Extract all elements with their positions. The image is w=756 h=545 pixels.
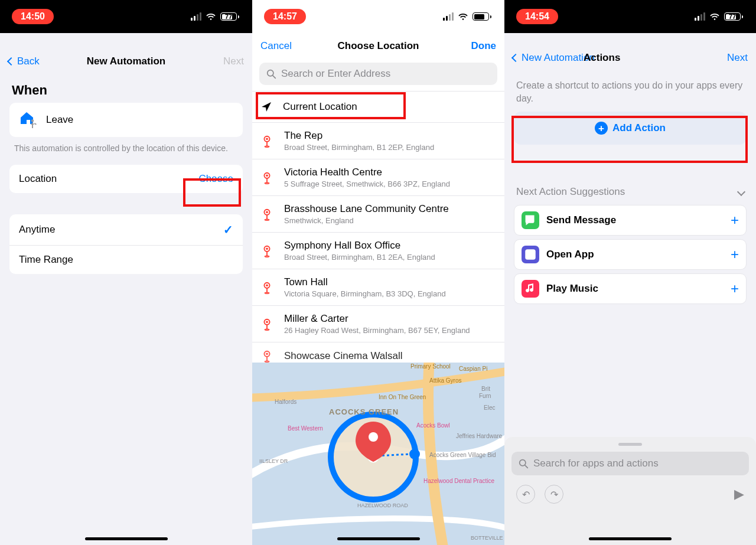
location-row[interactable]: Location Choose <box>9 165 243 193</box>
location-note: This automation is controlled by the loc… <box>0 137 252 165</box>
search-placeholder: Search or Enter Address <box>281 68 390 80</box>
svg-text:Halfords: Halfords <box>275 399 296 405</box>
location-list: The Rep Broad Street, Birmingham, B1 2EP… <box>252 123 504 363</box>
location-row[interactable]: Town Hall Victoria Square, Birmingham, B… <box>252 269 504 306</box>
suggestion-card[interactable]: Send Message + <box>514 205 747 236</box>
sheet-search-field[interactable]: Search for apps and actions <box>511 452 749 475</box>
time-card: Anytime ✓ Time Range <box>9 214 243 274</box>
location-address: Broad Street, Birmingham, B1 2EP, Englan… <box>284 143 496 152</box>
svg-text:Inn On The Green: Inn On The Green <box>379 394 426 400</box>
location-name: Brasshouse Lane Community Centre <box>284 203 496 215</box>
next-button[interactable]: Next <box>700 52 748 64</box>
suggestion-card[interactable]: Play Music + <box>514 273 747 304</box>
nav-title: Choose Location <box>308 40 449 52</box>
suggestion-label: Play Music <box>546 283 724 295</box>
home-indicator[interactable] <box>337 537 420 540</box>
search-icon <box>266 69 276 79</box>
location-name: Town Hall <box>284 276 496 288</box>
svg-text:ACOCKS GREEN: ACOCKS GREEN <box>329 407 399 416</box>
done-button[interactable]: Done <box>449 40 496 52</box>
status-bar: 14:57 76 <box>252 0 504 33</box>
add-suggestion-button[interactable]: + <box>731 280 739 297</box>
pin-icon <box>260 281 273 294</box>
location-name: Showcase Cinema Walsall <box>284 350 496 362</box>
redo-button[interactable]: ↷ <box>545 485 563 504</box>
status-time: 14:50 <box>12 9 54 24</box>
undo-button[interactable]: ↶ <box>516 485 535 504</box>
sheet-search-placeholder: Search for apps and actions <box>533 458 659 469</box>
leave-label: Leave <box>46 114 73 126</box>
svg-point-4 <box>266 138 268 140</box>
location-row[interactable]: Symphony Hall Box Office Broad Street, B… <box>252 233 504 269</box>
suggestion-card[interactable]: Open App + <box>514 239 747 270</box>
run-button[interactable]: ▶ <box>734 487 744 502</box>
current-location-label: Current Location <box>283 101 496 113</box>
svg-text:Acocks Green Village Bid: Acocks Green Village Bid <box>429 452 496 458</box>
svg-text:Elec: Elec <box>484 404 495 411</box>
location-arrow-icon <box>260 101 272 113</box>
svg-line-2 <box>273 76 275 78</box>
add-action-button[interactable]: + Add Action <box>514 112 747 145</box>
timerange-row[interactable]: Time Range <box>9 245 243 274</box>
search-field[interactable]: Search or Enter Address <box>259 63 497 85</box>
add-suggestion-button[interactable]: + <box>731 212 739 229</box>
bottom-sheet[interactable]: Search for apps and actions ↶ ↷ ▶ <box>504 437 756 545</box>
current-location-row[interactable]: Current Location <box>252 92 504 123</box>
chevron-left-icon <box>7 57 15 66</box>
home-indicator[interactable] <box>85 537 168 540</box>
location-row[interactable]: Victoria Health Centre 5 Suffrage Street… <box>252 159 504 196</box>
svg-text:Jeffries Hardware: Jeffries Hardware <box>456 433 503 439</box>
chevron-down-icon <box>737 188 745 196</box>
suggestion-label: Open App <box>546 249 724 260</box>
map[interactable]: ACOCKS GREEN Halfords Best Western Inn O… <box>252 363 504 545</box>
location-address: 5 Suffrage Street, Smethwick, B66 3PZ, E… <box>284 180 496 188</box>
back-button[interactable]: Back <box>8 56 56 67</box>
location-row[interactable]: The Rep Broad Street, Birmingham, B1 2EP… <box>252 123 504 159</box>
pin-icon <box>260 350 273 363</box>
add-suggestion-button[interactable]: + <box>731 246 739 263</box>
svg-text:BOTTEVILLE: BOTTEVILLE <box>471 535 503 541</box>
cancel-button[interactable]: Cancel <box>260 40 308 52</box>
help-text: Create a shortcut to actions you do in y… <box>504 71 756 112</box>
svg-point-12 <box>266 211 268 213</box>
signal-icon <box>191 12 201 21</box>
leave-row[interactable]: Leave <box>9 103 243 137</box>
svg-point-16 <box>266 247 268 250</box>
svg-text:IILSLEY DR: IILSLEY DR <box>259 458 288 464</box>
battery-icon: 77 <box>724 12 743 21</box>
pin-icon <box>260 208 273 221</box>
location-address: Victoria Square, Birmingham, B3 3DQ, Eng… <box>284 289 496 298</box>
next-button[interactable]: Next <box>197 56 244 67</box>
svg-text:Acocks Bowl: Acocks Bowl <box>416 422 450 429</box>
choose-button[interactable]: Choose <box>198 173 233 185</box>
pin-icon <box>260 171 273 184</box>
location-row[interactable]: Miller & Carter 26 Hagley Road West, Bir… <box>252 306 504 342</box>
location-row[interactable]: Brasshouse Lane Community Centre Smethwi… <box>252 196 504 233</box>
wifi-icon <box>709 12 720 21</box>
location-name: Victoria Health Centre <box>284 167 496 178</box>
location-address: Broad Street, Birmingham, B1 2EA, Englan… <box>284 253 496 262</box>
location-row[interactable]: Showcase Cinema Walsall <box>252 342 504 363</box>
nav-bar: New Automation Actions Next <box>504 45 756 71</box>
suggestion-list: Send Message + Open App + Play Music + <box>504 205 756 304</box>
nav-bar: Back New Automation Next <box>0 48 252 74</box>
panel-actions: 14:54 77 New Automation Actions Next Cre… <box>504 0 756 545</box>
chevron-left-icon <box>511 54 520 62</box>
status-bar: 14:50 77 <box>0 0 252 33</box>
svg-point-34 <box>409 449 420 459</box>
status-icons: 77 <box>695 12 743 21</box>
status-icons: 77 <box>191 12 239 21</box>
anytime-row[interactable]: Anytime ✓ <box>9 214 243 245</box>
svg-point-58 <box>520 459 526 465</box>
pin-icon <box>260 318 273 331</box>
home-indicator[interactable] <box>589 537 672 540</box>
location-name: Miller & Carter <box>284 313 496 325</box>
panel-new-automation: 14:50 77 Back New Automation Next When L <box>0 0 252 545</box>
status-icons: 76 <box>443 12 491 21</box>
wifi-icon <box>206 12 216 21</box>
sheet-grabber[interactable] <box>618 443 642 446</box>
anytime-label: Anytime <box>19 224 55 236</box>
suggestions-header[interactable]: Next Action Suggestions <box>504 186 756 201</box>
signal-icon <box>695 12 705 21</box>
map-svg: ACOCKS GREEN Halfords Best Western Inn O… <box>252 363 504 545</box>
